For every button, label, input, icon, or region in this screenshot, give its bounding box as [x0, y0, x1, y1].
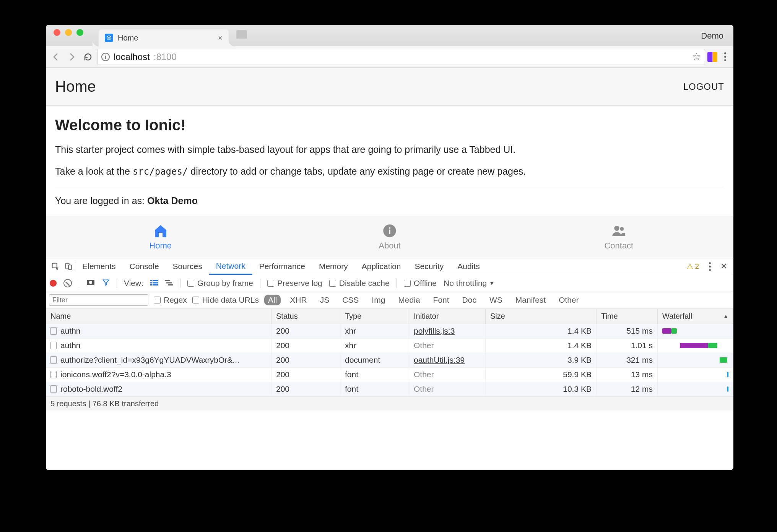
svg-point-2 — [110, 36, 111, 37]
inspect-element-icon[interactable] — [49, 262, 62, 271]
table-row[interactable]: authn200xhrpolyfills.js:31.4 KB515 ms — [46, 324, 733, 339]
devtools-menu-icon[interactable] — [704, 262, 715, 271]
disable-cache-checkbox[interactable]: Disable cache — [329, 279, 390, 288]
extension-icon[interactable] — [707, 52, 717, 62]
devtools-tab-network[interactable]: Network — [209, 258, 252, 275]
svg-rect-15 — [150, 282, 152, 284]
filter-toggle-icon[interactable] — [102, 279, 110, 288]
ionic-tab-bar: Home About Contact — [46, 216, 733, 258]
address-bar[interactable]: i localhost:8100 ☆ — [97, 49, 705, 65]
preserve-log-checkbox[interactable]: Preserve log — [267, 279, 322, 288]
view-waterfall-icon[interactable] — [165, 279, 173, 288]
table-row[interactable]: authorize?client_id=x93g6YgYUADVWaxrybOr… — [46, 353, 733, 368]
svg-rect-14 — [153, 280, 158, 281]
devtools-tab-memory[interactable]: Memory — [312, 258, 355, 275]
column-initiator[interactable]: Initiator — [409, 309, 486, 324]
tab-title: Home — [118, 34, 213, 42]
view-label: View: — [124, 279, 143, 288]
table-row[interactable]: roboto-bold.woff2200fontOther10.3 KB12 m… — [46, 382, 733, 397]
filter-type-font[interactable]: Font — [429, 295, 453, 305]
filter-input[interactable] — [49, 294, 148, 306]
tab-about[interactable]: About — [275, 216, 504, 258]
login-status: You are logged in as: Okta Demo — [55, 194, 724, 208]
device-toggle-icon[interactable] — [62, 262, 75, 271]
reload-button[interactable] — [81, 50, 95, 64]
throttling-dropdown[interactable]: No throttling▼ — [444, 279, 494, 288]
offline-checkbox[interactable]: Offline — [404, 279, 437, 288]
tab-home[interactable]: Home — [46, 216, 275, 258]
table-row[interactable]: ionicons.woff2?v=3.0.0-alpha.3200fontOth… — [46, 368, 733, 382]
bookmark-star-icon[interactable]: ☆ — [692, 51, 701, 63]
svg-point-7 — [620, 227, 624, 231]
column-status[interactable]: Status — [271, 309, 340, 324]
devtools-tab-audits[interactable]: Audits — [450, 258, 486, 275]
filter-type-ws[interactable]: WS — [486, 295, 506, 305]
devtools-tab-console[interactable]: Console — [123, 258, 166, 275]
column-size[interactable]: Size — [486, 309, 597, 324]
welcome-heading: Welcome to Ionic! — [55, 117, 724, 134]
new-tab-button[interactable] — [236, 30, 247, 39]
column-type[interactable]: Type — [340, 309, 409, 324]
close-window-button[interactable] — [54, 29, 60, 36]
record-button[interactable] — [50, 280, 57, 287]
url-bar-row: i localhost:8100 ☆ — [46, 46, 733, 68]
window-controls — [50, 25, 83, 46]
forward-button[interactable] — [65, 50, 79, 64]
column-name[interactable]: Name — [46, 309, 271, 324]
svg-point-1 — [108, 37, 110, 39]
site-info-icon[interactable]: i — [101, 53, 110, 61]
view-list-icon[interactable] — [150, 279, 158, 288]
url-host: localhost — [114, 52, 150, 62]
filter-type-all[interactable]: All — [264, 295, 281, 305]
filter-type-img[interactable]: Img — [368, 295, 389, 305]
filter-type-doc[interactable]: Doc — [458, 295, 480, 305]
filter-type-xhr[interactable]: XHR — [286, 295, 310, 305]
network-toolbar: View: Group by frame Preserve log Disabl… — [46, 275, 733, 292]
svg-point-12 — [89, 281, 92, 284]
tab-contact[interactable]: Contact — [504, 216, 733, 258]
home-icon — [153, 223, 168, 238]
devtools-tab-performance[interactable]: Performance — [252, 258, 312, 275]
svg-point-6 — [614, 226, 619, 231]
browser-menu-icon[interactable] — [720, 52, 730, 61]
login-user: Okta Demo — [147, 195, 198, 206]
warning-count[interactable]: 2 — [687, 262, 699, 271]
filter-type-media[interactable]: Media — [394, 295, 424, 305]
devtools-tab-sources[interactable]: Sources — [166, 258, 209, 275]
file-icon — [50, 327, 57, 335]
filter-type-manifest[interactable]: Manifest — [512, 295, 549, 305]
svg-rect-19 — [165, 280, 170, 281]
devtools-tab-security[interactable]: Security — [408, 258, 450, 275]
app-viewport: Home LOGOUT Welcome to Ionic! This start… — [46, 68, 733, 470]
group-by-frame-checkbox[interactable]: Group by frame — [187, 279, 253, 288]
devtools-close-icon[interactable]: ✕ — [720, 261, 727, 271]
column-time[interactable]: Time — [597, 309, 658, 324]
filter-type-other[interactable]: Other — [555, 295, 583, 305]
back-button[interactable] — [49, 50, 63, 64]
column-waterfall[interactable]: Waterfall▲ — [658, 309, 733, 324]
hide-data-urls-checkbox[interactable]: Hide data URLs — [192, 295, 259, 305]
svg-rect-16 — [153, 282, 158, 284]
svg-rect-20 — [166, 282, 172, 284]
filter-type-css[interactable]: CSS — [338, 295, 362, 305]
close-tab-icon[interactable]: × — [218, 34, 223, 42]
browser-tab[interactable]: Home × — [99, 29, 229, 46]
logout-button[interactable]: LOGOUT — [683, 81, 724, 92]
info-icon — [382, 223, 397, 238]
page-content: Welcome to Ionic! This starter project c… — [46, 106, 733, 216]
clear-button[interactable] — [63, 279, 72, 287]
file-icon — [50, 385, 57, 393]
profile-label[interactable]: Demo — [701, 31, 730, 46]
minimize-window-button[interactable] — [65, 29, 72, 36]
regex-checkbox[interactable]: Regex — [154, 295, 187, 305]
titlebar: Home × Demo — [46, 25, 733, 46]
app-header: Home LOGOUT — [46, 68, 733, 106]
network-table: NameStatusTypeInitiatorSizeTimeWaterfall… — [46, 309, 733, 397]
screenshot-icon[interactable] — [86, 278, 95, 288]
filter-type-js[interactable]: JS — [316, 295, 333, 305]
table-row[interactable]: authn200xhrOther1.4 KB1.01 s — [46, 339, 733, 353]
devtools-tab-application[interactable]: Application — [355, 258, 408, 275]
devtools-tab-elements[interactable]: Elements — [75, 258, 123, 275]
maximize-window-button[interactable] — [76, 29, 83, 36]
svg-rect-10 — [68, 265, 72, 269]
